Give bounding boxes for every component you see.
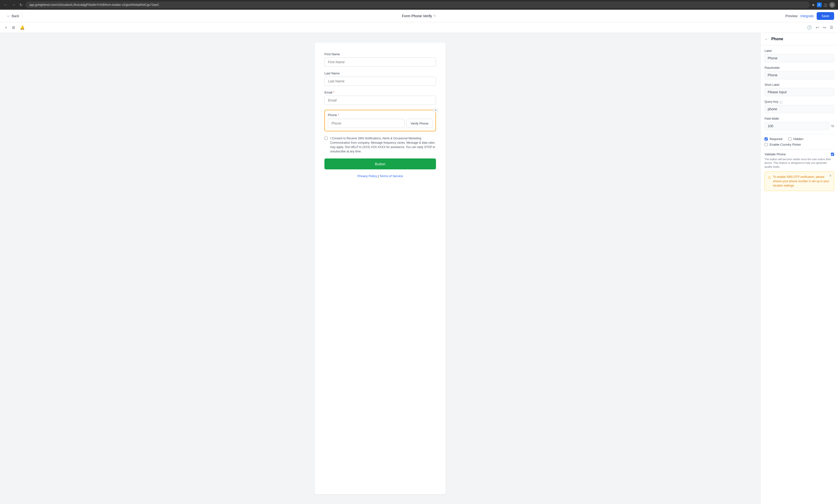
add-element-btn[interactable]: + (4, 24, 8, 31)
submit-button[interactable]: Button (325, 159, 436, 169)
panel-back-btn[interactable]: ← (765, 37, 768, 41)
form-canvas: First Name Last Name Email * ✕ Phone * (0, 33, 761, 504)
header-title-container: Form Phone Verify ✎ (402, 14, 436, 18)
country-picker-label: Enable Country Picker (770, 143, 801, 146)
right-panel: ← Phone Label Placeholder Short Label (761, 33, 838, 504)
last-name-input[interactable] (325, 76, 436, 86)
toolbar-left: + ⊞ 🔔 (4, 24, 26, 31)
panel-short-label-section: Short Label (765, 83, 834, 96)
country-picker-checkbox[interactable] (765, 143, 768, 146)
notification-btn[interactable]: 🔔 (19, 24, 26, 31)
browser-url-input[interactable] (25, 1, 810, 8)
panel-query-key-section: Query Key ⓘ (765, 100, 834, 113)
warning-close-btn[interactable]: ✕ (829, 174, 832, 178)
required-checkbox-row: Required Hidden (765, 137, 834, 141)
header-actions: Preview Integrate Save (785, 12, 834, 20)
panel-header: ← Phone (761, 33, 838, 45)
first-name-label: First Name (325, 52, 436, 56)
validate-phone-checkbox[interactable] (831, 152, 834, 156)
phone-input-row: Verify Phone (328, 119, 433, 128)
browser-bar: ← → ↻ ★ F ◫ U (0, 0, 838, 10)
user-avatar[interactable]: U (829, 2, 835, 8)
browser-back-btn[interactable]: ← (3, 2, 9, 8)
panel-settings-btn[interactable]: ☰ (829, 24, 834, 31)
redo-btn[interactable]: ↪ (822, 24, 827, 31)
label-section-header: Label (765, 49, 834, 53)
hidden-checkbox[interactable] (788, 138, 791, 141)
required-checkbox-label: Required (770, 137, 783, 141)
preview-button[interactable]: Preview (785, 14, 798, 18)
first-name-field: First Name (325, 52, 436, 67)
main-layout: First Name Last Name Email * ✕ Phone * (0, 33, 838, 504)
sms-consent: I Consent to Receive SMS Notifications, … (325, 136, 436, 154)
terms-link[interactable]: Terms of Service (380, 174, 403, 178)
field-width-row: % (765, 122, 834, 130)
toolbar: + ⊞ 🔔 🕐 ↩ ↪ ☰ (0, 22, 838, 33)
browser-forward-btn[interactable]: → (11, 2, 17, 8)
warning-message: To enable SMS OTP verification, please e… (773, 175, 831, 188)
sms-consent-checkbox[interactable] (325, 137, 328, 140)
panel-label-section: Label (765, 49, 834, 62)
validate-phone-row: Validate Phone (765, 152, 834, 156)
validate-phone-label: Validate Phone (765, 152, 786, 156)
history-btn[interactable]: 🕐 (806, 24, 813, 31)
back-button[interactable]: ← Back (4, 10, 22, 22)
link-separator: | (378, 174, 379, 178)
warning-triangle-icon: ⚠ (768, 175, 771, 180)
email-label: Email * (325, 91, 436, 94)
short-label-section-header: Short Label (765, 83, 834, 87)
query-key-section-header: Query Key (765, 100, 778, 104)
panel-title: Phone (771, 37, 783, 41)
panel-body: Label Placeholder Short Label Query Key … (761, 45, 838, 195)
phone-required-star: * (338, 113, 339, 117)
browser-refresh-btn[interactable]: ↻ (18, 2, 23, 8)
back-arrow-icon: ← (7, 14, 10, 18)
sms-consent-text: I Consent to Receive SMS Notifications, … (330, 136, 436, 154)
grid-view-btn[interactable]: ⊞ (11, 24, 16, 31)
email-input[interactable] (325, 96, 436, 105)
short-label-input[interactable] (765, 88, 834, 96)
placeholder-input[interactable] (765, 71, 834, 79)
query-key-info-icon[interactable]: ⓘ (779, 100, 783, 105)
privacy-policy-link[interactable]: Privacy Policy (357, 174, 377, 178)
extension-icon[interactable]: F (817, 2, 822, 7)
undo-btn[interactable]: ↩ (815, 24, 820, 31)
query-key-input[interactable] (765, 105, 834, 113)
field-width-input[interactable] (765, 122, 829, 130)
browser-icons: ★ F ◫ U (811, 2, 835, 8)
form-links: Privacy Policy | Terms of Service (325, 174, 436, 178)
query-key-header-row: Query Key ⓘ (765, 100, 834, 105)
first-name-input[interactable] (325, 57, 436, 67)
save-button[interactable]: Save (817, 12, 834, 20)
warning-box: ⚠ To enable SMS OTP verification, please… (765, 172, 834, 191)
verify-phone-btn[interactable]: Verify Phone (406, 119, 433, 128)
hidden-checkbox-label: Hidden (793, 137, 803, 141)
extensions-icon[interactable]: ◫ (824, 3, 827, 7)
phone-label: Phone * (328, 113, 433, 117)
placeholder-section-header: Placeholder (765, 66, 834, 70)
form-card: First Name Last Name Email * ✕ Phone * (315, 43, 446, 494)
integrate-button[interactable]: Integrate (800, 14, 814, 18)
phone-field: ✕ Phone * Verify Phone (325, 110, 436, 131)
phone-field-close-btn[interactable]: ✕ (433, 108, 438, 113)
form-title: Form Phone Verify (402, 14, 432, 18)
country-picker-row: Enable Country Picker (765, 143, 834, 146)
divider-2 (765, 149, 834, 149)
email-field: Email * (325, 91, 436, 105)
required-checkbox[interactable] (765, 138, 768, 141)
panel-field-width-section: Field Width % (765, 117, 834, 130)
last-name-field: Last Name (325, 71, 436, 86)
phone-field-wrapper[interactable]: ✕ Phone * Verify Phone (325, 110, 436, 131)
panel-placeholder-section: Placeholder (765, 66, 834, 79)
back-label: Back (12, 14, 19, 18)
phone-input[interactable] (328, 119, 404, 128)
label-input[interactable] (765, 54, 834, 62)
app-header: ← Back Form Phone Verify ✎ Preview Integ… (0, 10, 838, 22)
star-icon[interactable]: ★ (811, 3, 815, 7)
field-width-section-header: Field Width (765, 117, 834, 121)
validate-phone-desc: The button will become visible once the … (765, 158, 834, 169)
toolbar-right: 🕐 ↩ ↪ ☰ (806, 24, 834, 31)
edit-icon[interactable]: ✎ (434, 14, 436, 18)
last-name-label: Last Name (325, 71, 436, 75)
email-required-star: * (333, 91, 334, 94)
